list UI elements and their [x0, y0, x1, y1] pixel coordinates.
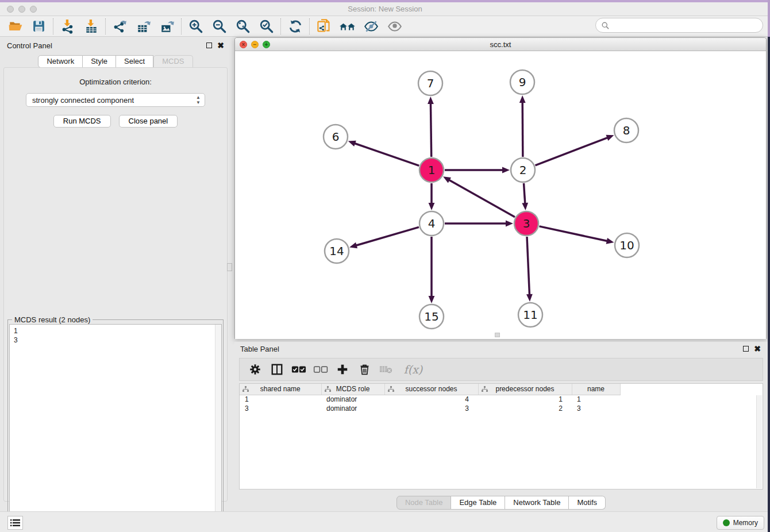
column-header-shared-name[interactable]: shared name: [240, 384, 321, 395]
close-panel-icon[interactable]: ✖: [217, 43, 224, 48]
app-window-title: Session: New Session: [0, 5, 770, 13]
tab-node-table[interactable]: Node Table: [396, 496, 452, 510]
table-panel-header: Table Panel ✖: [234, 342, 768, 356]
export-image-icon: [160, 19, 175, 34]
tab-network[interactable]: Network: [38, 55, 83, 68]
criterion-select[interactable]: strongly connected component ▲▼: [26, 93, 205, 107]
network-canvas[interactable]: 7968124314101511: [235, 51, 766, 339]
column-header-successor-nodes[interactable]: successor nodes: [384, 384, 478, 395]
table-cell[interactable]: dominator: [321, 395, 384, 404]
add-column-button[interactable]: [333, 360, 352, 379]
first-neighbors-button[interactable]: [336, 17, 359, 36]
hide-selected-icon: [363, 19, 379, 34]
zoom-selected-button[interactable]: [255, 17, 278, 36]
tab-edge-table[interactable]: Edge Table: [451, 496, 505, 510]
tab-style[interactable]: Style: [83, 55, 116, 68]
table-cell[interactable]: 4: [384, 395, 478, 404]
node-table: shared nameMCDS rolesuccessor nodesprede…: [239, 383, 763, 489]
node-label-8: 8: [623, 124, 630, 137]
table-cell[interactable]: 1: [240, 395, 321, 404]
panel-splitter-handle[interactable]: [227, 263, 232, 271]
table-cell[interactable]: 1: [478, 395, 572, 404]
delete-column-button[interactable]: [355, 360, 374, 379]
tab-motifs[interactable]: Motifs: [569, 496, 606, 510]
save-session-icon: [32, 19, 46, 33]
table-cell[interactable]: 1: [572, 395, 620, 404]
task-history-button[interactable]: [7, 516, 23, 530]
float-table-panel-icon[interactable]: [743, 346, 749, 352]
sort-hierarchy-icon: [482, 386, 488, 392]
column-header-name[interactable]: name: [572, 384, 620, 395]
memory-button[interactable]: Memory: [717, 516, 764, 530]
table-cell[interactable]: 3: [572, 404, 620, 413]
hide-selected-button[interactable]: [359, 17, 383, 36]
tab-mcds[interactable]: MCDS: [153, 55, 192, 68]
zoom-selected-icon: [259, 18, 274, 34]
select-all-checks-button[interactable]: [289, 360, 309, 379]
edge-arrowhead: [526, 294, 533, 302]
graph-edge-3-1[interactable]: [449, 180, 514, 217]
graph-edge-2-9[interactable]: [522, 102, 523, 157]
import-network-button[interactable]: [56, 17, 79, 36]
zoom-out-icon: [211, 18, 227, 34]
export-table-button[interactable]: [132, 17, 155, 36]
graph-edge-2-3[interactable]: [523, 183, 525, 203]
tab-network-table[interactable]: Network Table: [505, 496, 569, 510]
column-header-MCDS-role[interactable]: MCDS role: [321, 384, 384, 395]
zoom-fit-button[interactable]: [231, 17, 255, 36]
node-label-2: 2: [519, 163, 527, 177]
node-label-1: 1: [428, 163, 436, 177]
sort-hierarchy-icon: [388, 386, 394, 392]
show-all-button[interactable]: [383, 17, 406, 36]
refresh-icon: [288, 19, 303, 34]
export-network-icon: [113, 19, 128, 34]
graph-edge-1-6[interactable]: [355, 143, 419, 165]
select-stepper-icon: ▲▼: [196, 95, 201, 105]
open-session-icon: [8, 19, 23, 34]
table-scrollbar[interactable]: [756, 395, 762, 488]
table-cell[interactable]: 3: [240, 404, 321, 413]
network-window-titlebar[interactable]: × − + scc.txt: [235, 38, 766, 51]
float-panel-icon[interactable]: [206, 43, 212, 48]
table-cell[interactable]: 2: [478, 404, 572, 413]
table-settings-button[interactable]: [245, 360, 265, 379]
delete-table-button: [376, 360, 396, 379]
mcds-result-text[interactable]: 1 3: [9, 324, 222, 532]
zoom-out-button[interactable]: [207, 17, 231, 36]
column-label: predecessor nodes: [495, 385, 554, 393]
graph-edge-2-8[interactable]: [535, 138, 607, 165]
tab-select[interactable]: Select: [116, 55, 153, 68]
toolbar-separator: [181, 18, 182, 34]
graph-edge-3-11[interactable]: [527, 237, 529, 295]
close-table-panel-icon[interactable]: ✖: [754, 346, 761, 352]
search-input[interactable]: [613, 21, 756, 30]
graph-edge-3-10[interactable]: [539, 226, 607, 241]
export-network-button[interactable]: [108, 17, 132, 36]
deselect-all-checks-button[interactable]: [311, 360, 330, 379]
graph-edge-4-14[interactable]: [356, 227, 419, 245]
table-row[interactable]: 1dominator411: [240, 395, 620, 404]
split-columns-button[interactable]: [267, 360, 287, 379]
close-panel-button[interactable]: Close panel: [119, 115, 178, 128]
show-all-icon: [387, 19, 403, 34]
graph-edge-1-7[interactable]: [430, 103, 431, 157]
export-table-icon: [136, 19, 151, 34]
search-box[interactable]: [595, 18, 763, 33]
node-label-10: 10: [619, 238, 634, 252]
table-cell[interactable]: dominator: [321, 404, 384, 413]
table-cell[interactable]: 3: [384, 404, 478, 413]
table-row[interactable]: 3dominator323: [240, 404, 620, 413]
save-session-button[interactable]: [27, 17, 51, 36]
run-mcds-button[interactable]: Run MCDS: [53, 115, 111, 128]
zoom-in-button[interactable]: [184, 17, 207, 36]
clone-network-button[interactable]: [312, 17, 336, 36]
refresh-button[interactable]: [283, 17, 307, 36]
export-image-button[interactable]: [155, 17, 179, 36]
open-session-button[interactable]: [3, 17, 27, 36]
edge-arrowhead: [506, 221, 513, 227]
result-scrollbar[interactable]: [215, 325, 221, 532]
column-header-predecessor-nodes[interactable]: predecessor nodes: [478, 384, 572, 395]
canvas-scrollbar-handle[interactable]: [495, 333, 500, 337]
import-table-button[interactable]: [79, 17, 103, 36]
function-builder-button: f(x): [398, 360, 428, 379]
